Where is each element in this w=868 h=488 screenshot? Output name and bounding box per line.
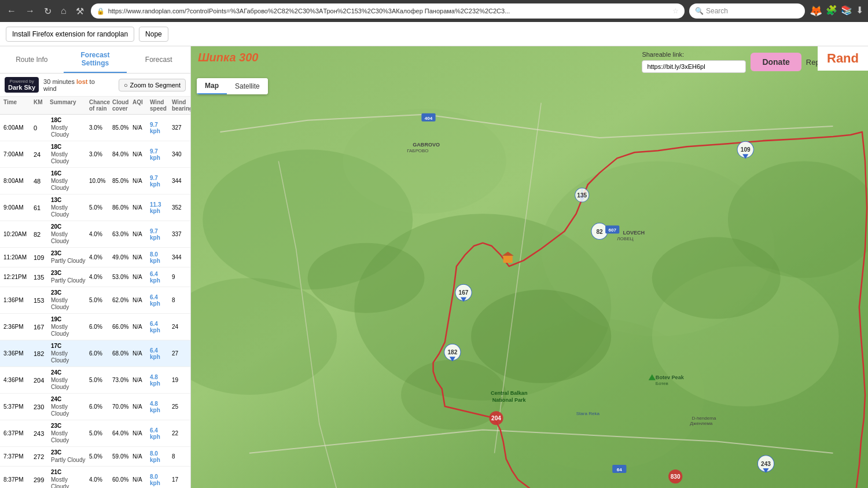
cell-time: 4:36PM xyxy=(2,376,32,384)
shareable-input[interactable] xyxy=(642,60,746,73)
dark-sky-bar: Powered by Dark Sky 30 minutes lost towi… xyxy=(0,74,190,97)
cell-summary: 18C Mostly Cloudy xyxy=(49,116,88,140)
cell-bearing: 327 xyxy=(171,124,190,131)
forecast-table: 6:00AM 0 18C Mostly Cloudy 3.0% 85.0% N/… xyxy=(0,115,190,488)
cell-aqi: N/A xyxy=(131,453,149,460)
cell-cloud: 49.0% xyxy=(111,254,131,261)
cell-aqi: N/A xyxy=(131,124,149,131)
cell-aqi: N/A xyxy=(131,296,149,304)
table-row: 4:36PM 204 24C Mostly Cloudy 5.0% 73.0% … xyxy=(0,367,190,394)
app-name: Rand xyxy=(818,46,868,71)
cell-summary: 21C Mostly Cloudy xyxy=(49,468,88,488)
cell-chance: 10.0% xyxy=(88,177,111,185)
home-button[interactable]: ⌂ xyxy=(58,5,69,17)
cell-aqi: N/A xyxy=(131,350,149,357)
zoom-segment-button[interactable]: ○ Zoom to Segment xyxy=(119,79,186,91)
route-title: Шипка 300 xyxy=(198,51,258,64)
table-row: 6:37PM 243 23C Mostly Cloudy 5.0% 64.0% … xyxy=(0,420,190,447)
cell-chance: 6.0% xyxy=(88,323,111,331)
svg-text:830: 830 xyxy=(671,474,681,480)
cell-chance: 5.0% xyxy=(88,430,111,437)
cell-bearing: 19 xyxy=(171,376,190,384)
svg-text:82: 82 xyxy=(596,229,603,235)
cell-cloud: 60.0% xyxy=(111,476,131,483)
search-bar[interactable]: 🔍 Search xyxy=(689,3,805,19)
install-button[interactable]: Install Firefox extension for randoplan xyxy=(6,27,134,42)
svg-text:64: 64 xyxy=(617,467,622,472)
cell-km: 243 xyxy=(32,430,49,438)
stara-reka: Stara Reka xyxy=(576,411,600,416)
header-wind-speed: Windspeed xyxy=(149,98,171,113)
tab-forecast-settings[interactable]: Forecast Settings xyxy=(64,46,127,73)
cell-wind: 8.0 kph xyxy=(149,450,171,464)
table-row: 11:20AM 109 23C Partly Cloudy 4.0% 49.0%… xyxy=(0,248,190,267)
cell-km: 48 xyxy=(32,177,49,185)
cell-km: 153 xyxy=(32,296,49,304)
cell-time: 3:36PM xyxy=(2,350,32,357)
cell-bearing: 8 xyxy=(171,453,190,460)
header-aqi: AQI xyxy=(131,98,149,113)
svg-text:167: 167 xyxy=(459,289,469,296)
cell-km: 204 xyxy=(32,376,49,384)
forecast-table-header: Time KM Summary Chanceof rain Cloudcover… xyxy=(0,97,190,115)
cell-chance: 5.0% xyxy=(88,204,111,211)
cell-chance: 6.0% xyxy=(88,403,111,410)
cell-chance: 4.0% xyxy=(88,476,111,483)
refresh-button[interactable]: ↻ xyxy=(42,5,54,18)
cell-cloud: 84.0% xyxy=(111,151,131,158)
cell-time: 2:36PM xyxy=(2,323,32,331)
cell-summary: 18C Mostly Cloudy xyxy=(49,142,88,166)
cell-time: 6:37PM xyxy=(2,430,32,437)
cell-bearing: 337 xyxy=(171,230,190,238)
header-time: Time xyxy=(2,98,32,113)
cell-summary: 13C Mostly Cloudy xyxy=(49,196,88,219)
back-button[interactable]: ← xyxy=(5,5,19,17)
cell-wind: 11.3 kph xyxy=(149,201,171,215)
cell-chance: 5.0% xyxy=(88,453,111,460)
table-row: 8:00AM 48 16C Mostly Cloudy 10.0% 85.0% … xyxy=(0,168,190,195)
cell-aqi: N/A xyxy=(131,476,149,483)
cell-cloud: 68.0% xyxy=(111,350,131,357)
svg-text:109: 109 xyxy=(741,146,751,153)
town-gabrovo: GABROVO xyxy=(413,142,440,148)
svg-text:204: 204 xyxy=(491,415,501,421)
extensions-icon[interactable]: 🧩 xyxy=(826,5,837,17)
svg-point-11 xyxy=(652,237,781,319)
cell-time: 10:20AM xyxy=(2,230,32,238)
tab-route-info[interactable]: Route Info xyxy=(0,46,64,73)
powered-by-text: Powered by xyxy=(9,79,34,84)
donate-button[interactable]: Donate xyxy=(751,53,801,71)
table-row: 9:00AM 61 13C Mostly Cloudy 5.0% 86.0% N… xyxy=(0,195,190,221)
cell-wind: 6.4 kph xyxy=(149,427,171,441)
cell-summary: 23C Partly Cloudy xyxy=(49,269,88,285)
cell-bearing: 352 xyxy=(171,204,190,211)
table-row: 5:37PM 230 24C Mostly Cloudy 6.0% 70.0% … xyxy=(0,394,190,420)
cell-summary: 17C Mostly Cloudy xyxy=(49,342,88,365)
nope-button[interactable]: Nope xyxy=(139,27,168,42)
cell-km: 61 xyxy=(32,204,49,212)
cell-wind: 9.7 kph xyxy=(149,174,171,188)
map-type-map[interactable]: Map xyxy=(197,78,227,94)
tab-forecast[interactable]: Forecast xyxy=(127,46,190,73)
cell-wind: 4.8 kph xyxy=(149,400,171,414)
cell-chance: 4.0% xyxy=(88,230,111,238)
lock-icon: 🔒 xyxy=(97,8,105,15)
url-bar[interactable]: 🔒 https://www.randoplan.com/?controlPoin… xyxy=(91,3,685,19)
map-background: 135 167 182 204 243 xyxy=(191,46,868,488)
cell-cloud: 73.0% xyxy=(111,376,131,384)
cell-wind: 6.4 kph xyxy=(149,293,171,307)
cell-summary: 16C Mostly Cloudy xyxy=(49,169,88,193)
svg-text:Дженлема: Дженлема xyxy=(690,421,712,426)
cell-bearing: 344 xyxy=(171,254,190,261)
downloads-icon[interactable]: ⬇ xyxy=(856,5,863,17)
table-row: 6:00AM 0 18C Mostly Cloudy 3.0% 85.0% N/… xyxy=(0,115,190,141)
forward-button[interactable]: → xyxy=(23,5,37,17)
map-type-satellite[interactable]: Satellite xyxy=(227,78,268,94)
browser-bar: ← → ↻ ⌂ ⚒ 🔒 https://www.randoplan.com/?c… xyxy=(0,0,868,22)
header-cloud-cover: Cloudcover xyxy=(111,98,131,113)
cell-bearing: 27 xyxy=(171,350,190,357)
cell-wind: 6.4 kph xyxy=(149,347,171,361)
settings-button[interactable]: ⚒ xyxy=(73,5,86,18)
history-icon[interactable]: 📚 xyxy=(841,5,852,17)
star-icon[interactable]: ☆ xyxy=(672,7,679,15)
